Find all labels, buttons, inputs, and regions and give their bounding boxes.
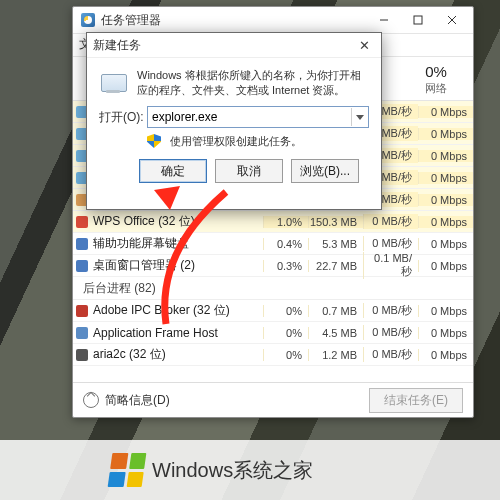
close-button[interactable] [435,9,469,31]
table-row[interactable]: Adobe IPC Broker (32 位)0%0.7 MB0 MB/秒0 M… [73,300,473,322]
windows-logo-icon [108,453,147,487]
mem-cell: 22.7 MB [308,260,363,272]
net-cell: 0 Mbps [418,349,473,361]
ok-button[interactable]: 确定 [139,159,207,183]
net-cell: 0 Mbps [418,327,473,339]
disk-cell: 0 MB/秒 [363,303,418,318]
net-cell: 0 Mbps [418,150,473,162]
net-cell: 0 Mbps [418,260,473,272]
disk-cell: 0.1 MB/秒 [363,252,418,279]
process-icon [73,349,91,361]
mem-cell: 0.7 MB [308,305,363,317]
cpu-cell: 0% [263,327,308,339]
cpu-cell: 0.4% [263,238,308,250]
minimize-button[interactable] [367,9,401,31]
watermark-brand: Windows [152,459,233,481]
dialog-title: 新建任务 [93,37,141,54]
dropdown-button[interactable] [351,108,368,126]
net-cell: 0 Mbps [418,216,473,228]
cpu-cell: 1.0% [263,216,308,228]
window-title: 任务管理器 [101,12,367,29]
net-cell: 0 Mbps [418,106,473,118]
titlebar[interactable]: 任务管理器 [73,7,473,34]
mem-cell: 5.3 MB [308,238,363,250]
process-icon [73,260,91,272]
svg-rect-0 [414,16,422,24]
disk-cell: 0 MB/秒 [363,236,418,251]
process-icon [73,305,91,317]
cpu-cell: 0% [263,349,308,361]
process-name: 辅助功能屏幕键盘 [91,235,263,252]
bg-section-header[interactable]: 后台进程 (82) [73,277,473,300]
cancel-button[interactable]: 取消 [215,159,283,183]
disk-cell: 0 MB/秒 [363,347,418,362]
end-task-button[interactable]: 结束任务(E) [369,388,463,413]
desktop-wallpaper: 任务管理器 文件(F) 选项(O) 查看(V) 68%内存 0%磁盘 0%网络 … [0,0,500,500]
table-row[interactable]: WPS Office (32 位)1.0%150.3 MB0 MB/秒0 Mbp… [73,211,473,233]
net-cell: 0 Mbps [418,128,473,140]
run-icon [99,68,129,98]
open-label: 打开(O): [99,109,147,126]
net-cell: 0 Mbps [418,194,473,206]
disk-cell: 0 MB/秒 [363,325,418,340]
dialog-message: Windows 将根据你所键入的名称，为你打开相应的程序、文件夹、文档或 Int… [137,68,369,98]
shield-icon [147,134,161,148]
cpu-cell: 0% [263,305,308,317]
net-cell: 0 Mbps [418,238,473,250]
cpu-cell: 0.3% [263,260,308,272]
watermark: Windows系统之家 [0,440,500,500]
stat-net-value: 0% [415,63,457,80]
chevron-up-icon [83,392,99,408]
open-combobox[interactable] [147,106,369,128]
process-name: 桌面窗口管理器 (2) [91,257,263,274]
process-name: Application Frame Host [91,326,263,340]
process-name: Adobe IPC Broker (32 位) [91,302,263,319]
mem-cell: 1.2 MB [308,349,363,361]
run-dialog: 新建任务 ✕ Windows 将根据你所键入的名称，为你打开相应的程序、文件夹、… [86,32,382,210]
process-icon [73,327,91,339]
taskmgr-icon [81,13,95,27]
table-row[interactable]: Application Frame Host0%4.5 MB0 MB/秒0 Mb… [73,322,473,344]
open-input[interactable] [148,108,351,126]
process-name: WPS Office (32 位) [91,213,263,230]
process-name: aria2c (32 位) [91,346,263,363]
watermark-suffix: 系统之家 [233,459,313,481]
process-icon [73,238,91,250]
maximize-button[interactable] [401,9,435,31]
mem-cell: 150.3 MB [308,216,363,228]
admin-label: 使用管理权限创建此任务。 [170,134,302,149]
mem-cell: 4.5 MB [308,327,363,339]
net-cell: 0 Mbps [418,305,473,317]
net-cell: 0 Mbps [418,172,473,184]
table-row[interactable]: 桌面窗口管理器 (2)0.3%22.7 MB0.1 MB/秒0 Mbps [73,255,473,277]
dialog-titlebar[interactable]: 新建任务 ✕ [87,33,381,58]
process-icon [73,216,91,228]
dialog-close-button[interactable]: ✕ [353,38,375,53]
stat-net-label: 网络 [415,81,457,96]
chevron-down-icon [356,115,364,120]
table-row[interactable]: aria2c (32 位)0%1.2 MB0 MB/秒0 Mbps [73,344,473,366]
fewer-details-button[interactable]: 简略信息(D) [83,392,170,409]
footer: 简略信息(D) 结束任务(E) [73,382,473,417]
browse-button[interactable]: 浏览(B)... [291,159,359,183]
disk-cell: 0 MB/秒 [363,214,418,229]
